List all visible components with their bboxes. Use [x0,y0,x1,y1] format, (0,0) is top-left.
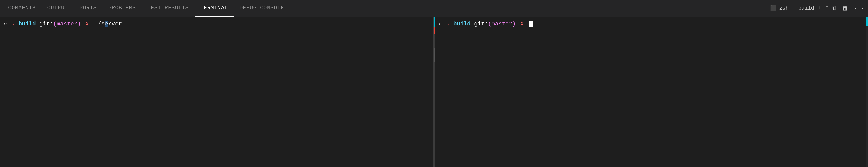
right-edge [866,17,868,167]
add-terminal-button[interactable]: + [816,4,823,12]
prompt-dir-left: build [15,20,36,28]
prompt-git-right: git: [471,20,488,28]
tab-output[interactable]: OUTPUT [41,0,74,16]
tab-problems[interactable]: PROBLEMS [102,0,142,16]
splitter-bar-cyan [434,17,435,27]
prompt-circle-right: ○ [439,20,442,28]
right-edge-indicator [866,17,868,27]
tab-terminal[interactable]: TERMINAL [195,0,234,16]
terminal-line-left: ○ → build git: (master) ✗ ./server [4,20,429,28]
terminal-area: ○ → build git: (master) ✗ ./server ○ → b… [0,17,868,167]
terminal-title-label: zsh - build [779,5,814,11]
prompt-cmd-left: ./server [91,20,122,28]
prompt-x-left: ✗ [82,20,89,28]
terminal-pane-right[interactable]: ○ → build git: (master) ✗ [435,17,868,167]
prompt-arrow-left: → [8,20,14,28]
prompt-cursor-right [526,20,532,28]
prompt-branch-left: (master) [53,20,81,28]
chevron-down-icon[interactable]: ˅ [826,6,828,11]
terminal-line-right: ○ → build git: (master) ✗ [439,20,864,28]
tab-ports[interactable]: PORTS [74,0,102,16]
tab-debug-console[interactable]: DEBUG CONSOLE [234,0,290,16]
trash-terminal-button[interactable]: 🗑 [841,4,849,13]
prompt-git-left: git: [36,20,53,28]
terminal-pane-left[interactable]: ○ → build git: (master) ✗ ./server [0,17,434,167]
prompt-arrow-right: → [443,20,449,28]
tab-test-results[interactable]: TEST RESULTS [142,0,195,16]
terminal-header-right: ⬛ zsh - build + ˅ ⧉ 🗑 ··· [770,4,866,13]
prompt-branch-right: (master) [488,20,516,28]
prompt-dir-right: build [450,20,471,28]
split-terminal-button[interactable]: ⧉ [831,4,838,12]
splitter-bar-gray [434,48,435,62]
more-actions-button[interactable]: ··· [852,4,866,12]
right-actions: + ˅ ⧉ 🗑 ··· [816,4,866,13]
tab-comments[interactable]: COMMENTS [2,0,41,16]
terminal-icon: ⬛ [770,5,777,11]
prompt-x-right: ✗ [517,20,524,28]
tab-bar: COMMENTS OUTPUT PORTS PROBLEMS TEST RESU… [0,0,868,17]
prompt-circle-left: ○ [4,20,7,28]
splitter-bar-red [434,28,435,34]
